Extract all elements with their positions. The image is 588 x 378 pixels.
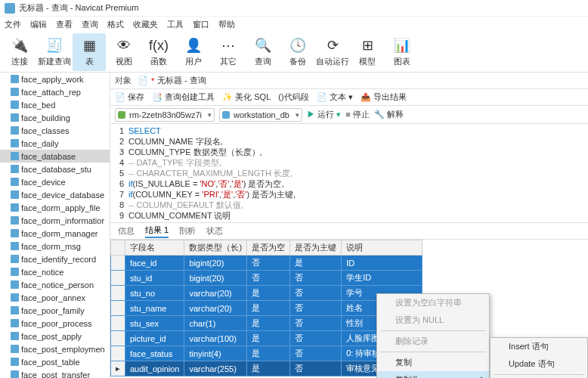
query-builder-button[interactable]: 📑 查询创建工具 bbox=[152, 91, 215, 103]
context-submenu[interactable]: Insert 语句 Update 语句 制表符分隔值（数据） 制表符分隔值（字段… bbox=[490, 337, 588, 378]
tab-objects[interactable]: 对象 bbox=[115, 75, 132, 86]
menu-帮助[interactable]: 帮助 bbox=[218, 19, 235, 30]
cell[interactable]: stu_sex bbox=[125, 316, 184, 331]
cell[interactable]: 否 bbox=[290, 301, 342, 316]
table-face_dorm_apply_file[interactable]: face_dorm_apply_file bbox=[0, 201, 110, 214]
menu-copy-as[interactable]: 复制为 bbox=[377, 371, 489, 378]
menu-文件[interactable]: 文件 bbox=[5, 19, 21, 30]
cell[interactable]: bigint(20) bbox=[184, 271, 247, 286]
menu-编辑[interactable]: 编辑 bbox=[30, 19, 47, 30]
table-face_poor_process[interactable]: face_poor_process bbox=[0, 317, 110, 330]
submenu-update[interactable]: Update 语句 bbox=[491, 355, 587, 373]
tab-result1[interactable]: 结果 1 bbox=[145, 225, 169, 238]
col-header[interactable]: 是否为主键 bbox=[290, 240, 342, 256]
toolbar-自动运行[interactable]: ⟳自动运行 bbox=[316, 33, 349, 71]
save-button[interactable]: 📄 保存 bbox=[115, 91, 144, 103]
cell[interactable]: varchar(20) bbox=[184, 286, 247, 301]
cell[interactable]: 是 bbox=[247, 346, 290, 361]
cell[interactable]: audit_opinion bbox=[125, 361, 184, 376]
toolbar-用户[interactable]: 👤用户 bbox=[177, 33, 210, 71]
cell[interactable]: 是 bbox=[290, 256, 342, 271]
text-button[interactable]: 📄 文本 ▾ bbox=[317, 91, 353, 103]
col-header[interactable]: 说明 bbox=[342, 240, 422, 256]
table-face_database_stu[interactable]: face_database_stu bbox=[0, 163, 110, 175]
table-face_identify_record[interactable]: face_identify_record bbox=[0, 253, 110, 265]
table-face_notice_person[interactable]: face_notice_person bbox=[0, 278, 110, 291]
cell[interactable]: stu_name bbox=[125, 301, 184, 316]
table-face_classes[interactable]: face_classes bbox=[0, 124, 110, 137]
toolbar-其它[interactable]: ⋯其它 bbox=[212, 33, 245, 71]
table-face_dorm_manager[interactable]: face_dorm_manager bbox=[0, 227, 110, 240]
menu-copy[interactable]: 复制 bbox=[377, 354, 489, 371]
cell[interactable]: 是 bbox=[247, 316, 290, 331]
cell[interactable]: 是 bbox=[247, 286, 290, 301]
toolbar-备份[interactable]: 🕓备份 bbox=[281, 33, 314, 71]
cell[interactable]: picture_id bbox=[125, 331, 184, 346]
table-face_notice[interactable]: face_notice bbox=[0, 265, 110, 278]
cell[interactable]: bigint(20) bbox=[184, 256, 247, 271]
table-face_poor_family[interactable]: face_poor_family bbox=[0, 304, 110, 317]
table-face_daily[interactable]: face_daily bbox=[0, 137, 110, 150]
toolbar-新建查询[interactable]: 🧾新建查询 bbox=[38, 33, 71, 71]
toolbar-连接[interactable]: 🔌连接 bbox=[3, 33, 36, 71]
cell[interactable]: stu_id bbox=[125, 271, 184, 286]
menu-收藏夹[interactable]: 收藏夹 bbox=[133, 19, 158, 30]
table-face_device[interactable]: face_device bbox=[0, 175, 110, 188]
cell[interactable]: char(1) bbox=[184, 316, 247, 331]
toolbar-查询[interactable]: 🔍查询 bbox=[246, 33, 280, 71]
explain-button[interactable]: 🔧 解释 bbox=[374, 109, 404, 120]
table-face_dorm_informatior[interactable]: face_dorm_informatior bbox=[0, 214, 110, 227]
table-face_post_employmen[interactable]: face_post_employmen bbox=[0, 342, 110, 355]
schema-select[interactable]: workstation_db bbox=[219, 108, 302, 122]
submenu-insert[interactable]: Insert 语句 bbox=[491, 338, 587, 355]
toolbar-图表[interactable]: 📊图表 bbox=[385, 33, 419, 71]
run-button[interactable]: ▶ 运行 ▾ bbox=[307, 109, 341, 120]
table-face_post_transfer[interactable]: face_post_transfer bbox=[0, 368, 110, 378]
cell[interactable]: 是 bbox=[247, 361, 290, 376]
menu-delete[interactable]: 删除记录 bbox=[377, 333, 489, 350]
cell[interactable]: varchar(20) bbox=[184, 301, 247, 316]
toolbar-函数[interactable]: f(x)函数 bbox=[142, 33, 175, 71]
table-face_device_database[interactable]: face_device_database bbox=[0, 188, 110, 201]
export-button[interactable]: 📤 导出结果 bbox=[361, 91, 407, 103]
tab-info[interactable]: 信息 bbox=[118, 225, 135, 237]
menu-查看[interactable]: 查看 bbox=[56, 19, 73, 30]
menu-窗口[interactable]: 窗口 bbox=[193, 19, 209, 30]
toolbar-视图[interactable]: 👁视图 bbox=[107, 33, 141, 71]
cell[interactable]: varchar(100) bbox=[184, 331, 247, 346]
table-face_bed[interactable]: face_bed bbox=[0, 98, 110, 111]
toolbar-表[interactable]: ▦表 bbox=[73, 33, 106, 71]
table-face_post_apply[interactable]: face_post_apply bbox=[0, 330, 110, 342]
table-face_attach_rep[interactable]: face_attach_rep bbox=[0, 85, 110, 98]
cell[interactable]: 学生ID bbox=[342, 271, 422, 286]
menu-格式[interactable]: 格式 bbox=[107, 19, 124, 30]
code-snippet-button[interactable]: ()代码段 bbox=[278, 91, 308, 103]
cell[interactable]: 否 bbox=[290, 286, 342, 301]
host-select[interactable]: rm-2zetn83n05wz7i bbox=[115, 108, 215, 122]
cell[interactable]: 否 bbox=[290, 361, 342, 376]
tab-query[interactable]: 📄 *无标题 - 查询 bbox=[138, 75, 206, 86]
menu-工具[interactable]: 工具 bbox=[167, 19, 184, 30]
cell[interactable]: 否 bbox=[247, 271, 290, 286]
table-face_database[interactable]: face_database bbox=[0, 150, 110, 163]
context-menu[interactable]: 设置为空白字符串 设置为 NULL 删除记录 复制 复制为 粘贴 显示 bbox=[376, 293, 490, 378]
cell[interactable]: ID bbox=[342, 256, 422, 271]
menu-set-null[interactable]: 设置为 NULL bbox=[377, 311, 489, 329]
tab-profile[interactable]: 剖析 bbox=[179, 225, 196, 237]
table-face_apply_work[interactable]: face_apply_work bbox=[0, 73, 110, 85]
tab-status[interactable]: 状态 bbox=[206, 225, 223, 237]
menu-set-empty[interactable]: 设置为空白字符串 bbox=[377, 294, 489, 311]
col-header[interactable]: 是否为空 bbox=[247, 240, 290, 256]
toolbar-模型[interactable]: ⊞模型 bbox=[351, 33, 384, 71]
cell[interactable]: 否 bbox=[247, 256, 290, 271]
beautify-sql-button[interactable]: ✨ 美化 SQL bbox=[222, 91, 271, 103]
cell[interactable]: 是 bbox=[247, 331, 290, 346]
cell[interactable]: 是 bbox=[247, 301, 290, 316]
cell[interactable]: 否 bbox=[290, 271, 342, 286]
cell[interactable]: face_status bbox=[125, 346, 184, 361]
sql-editor[interactable]: 123456789 SELECT COLUMN_NAME 字段名, COLUMN… bbox=[110, 124, 588, 223]
cell[interactable]: 否 bbox=[290, 331, 342, 346]
cell[interactable]: 否 bbox=[290, 316, 342, 331]
cell[interactable]: varchar(255) bbox=[184, 361, 247, 376]
col-header[interactable]: 数据类型（长) bbox=[184, 240, 247, 256]
